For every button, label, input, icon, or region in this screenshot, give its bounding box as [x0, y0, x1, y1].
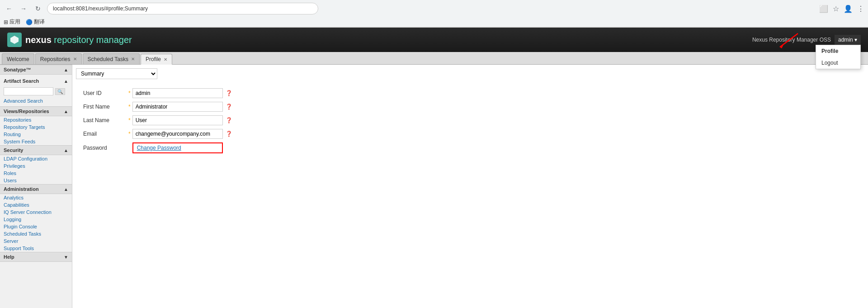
extensions-icon[interactable]: ⬜: [819, 5, 828, 13]
sidebar-item-repository-targets[interactable]: Repository Targets: [0, 123, 72, 131]
sidebar-item-system-feeds[interactable]: System Feeds: [0, 138, 72, 145]
admin-menu-container: admin ▾ Profile Logout: [835, 35, 861, 45]
user-id-input[interactable]: [132, 88, 223, 98]
form-row-lastname: Last Name * ❓: [83, 115, 857, 125]
last-name-label: Last Name: [83, 117, 128, 123]
tab-bar: Welcome Repositories ✕ Scheduled Tasks ✕…: [0, 52, 868, 65]
admin-logout-item[interactable]: Logout: [816, 57, 860, 69]
sidebar-security-header[interactable]: Security ▲: [0, 145, 72, 155]
password-label: Password: [83, 145, 128, 151]
back-button[interactable]: ←: [4, 3, 14, 14]
email-label: Email: [83, 131, 128, 137]
first-name-label: First Name: [83, 104, 128, 110]
sidebar-security-items: LDAP Configuration Privileges Roles User…: [0, 155, 72, 184]
main-layout: Sonatype™ ▲ Artifact Search ▲ 🔍 Advanced…: [0, 65, 868, 308]
profile-icon[interactable]: 👤: [844, 5, 853, 13]
header-right: Nexus Repository Manager OSS admin ▾ Pro…: [752, 35, 861, 45]
sidebar-administration-header[interactable]: Administration ▲: [0, 184, 72, 194]
summary-dropdown[interactable]: Summary: [76, 68, 157, 79]
tab-welcome[interactable]: Welcome: [2, 53, 34, 64]
last-name-info-icon[interactable]: ❓: [226, 117, 232, 123]
sidebar-views-items: Repositories Repository Targets Routing …: [0, 116, 72, 145]
sidebar-item-plugin-console[interactable]: Plugin Console: [0, 223, 72, 230]
admin-dropdown: Profile Logout: [816, 45, 861, 69]
form-row-password: Password * Change Password: [83, 142, 857, 153]
admin-profile-item[interactable]: Profile: [816, 45, 860, 57]
tab-profile[interactable]: Profile ✕: [141, 54, 172, 65]
form-row-firstname: First Name * ❓: [83, 102, 857, 112]
email-required-star: *: [128, 131, 131, 137]
bookmark-bar: ⊞ 应用 🔵 翻译: [0, 17, 868, 27]
form-row-userid: User ID * ❓: [83, 88, 857, 98]
header-app-name: Nexus Repository Manager OSS: [752, 37, 831, 43]
sonatype-toggle-icon: ▲: [64, 67, 68, 72]
search-button[interactable]: 🔍: [55, 88, 65, 95]
first-name-input[interactable]: [132, 102, 223, 112]
sidebar-item-iq-server[interactable]: IQ Server Connection: [0, 208, 72, 216]
sidebar-item-analytics[interactable]: Analytics: [0, 194, 72, 201]
sidebar-item-scheduled-tasks[interactable]: Scheduled Tasks: [0, 230, 72, 237]
email-info-icon[interactable]: ❓: [226, 131, 232, 137]
tab-profile-close[interactable]: ✕: [164, 57, 167, 62]
sidebar-item-capabilities[interactable]: Capabilities: [0, 201, 72, 208]
bookmark-translate[interactable]: 🔵 翻译: [26, 18, 45, 26]
sidebar-item-repositories[interactable]: Repositories: [0, 116, 72, 123]
browser-chrome: ← → ↻ ⬜ ☆ 👤 ⋮ ⊞ 应用 🔵 翻译: [0, 0, 868, 28]
sidebar-views-header[interactable]: Views/Repositories ▲: [0, 106, 72, 116]
sidebar: Sonatype™ ▲ Artifact Search ▲ 🔍 Advanced…: [0, 65, 72, 308]
browser-icons: ⬜ ☆ 👤 ⋮: [819, 5, 864, 13]
last-name-input[interactable]: [132, 115, 223, 125]
profile-form: User ID * ❓ First Name * ❓ Last Name * ❓: [76, 85, 864, 161]
sidebar-item-users[interactable]: Users: [0, 177, 72, 184]
advanced-search-link[interactable]: Advanced Search: [0, 97, 72, 106]
bookmark-icon[interactable]: ☆: [833, 5, 839, 13]
lastname-required-star: *: [128, 117, 131, 123]
administration-toggle-icon: ▲: [64, 187, 68, 192]
sidebar-item-ldap[interactable]: LDAP Configuration: [0, 155, 72, 162]
address-bar[interactable]: [47, 3, 318, 14]
sidebar-item-privileges[interactable]: Privileges: [0, 162, 72, 170]
sidebar-search-bar: 🔍: [0, 85, 72, 97]
artifact-search-section: Artifact Search ▲ 🔍 Advanced Search: [0, 75, 72, 106]
userid-required-star: *: [128, 90, 131, 96]
summary-bar: Summary: [76, 68, 864, 79]
menu-icon[interactable]: ⋮: [857, 5, 864, 13]
forward-button[interactable]: →: [18, 3, 29, 14]
user-id-info-icon[interactable]: ❓: [226, 90, 232, 96]
security-toggle-icon: ▲: [64, 148, 68, 153]
sidebar-item-support-tools[interactable]: Support Tools: [0, 245, 72, 252]
bookmark-apps[interactable]: ⊞ 应用: [4, 18, 20, 26]
artifact-search-toggle[interactable]: ▲: [64, 79, 68, 84]
change-password-button[interactable]: Change Password: [132, 142, 223, 153]
sidebar-help-header[interactable]: Help ▼: [0, 252, 72, 262]
artifact-search-label: Artifact Search: [4, 78, 39, 84]
app-title: nexus repository manager: [25, 35, 132, 45]
sidebar-item-server[interactable]: Server: [0, 237, 72, 245]
admin-menu-button[interactable]: admin ▾: [835, 35, 861, 45]
form-row-email: Email * ❓: [83, 129, 857, 139]
sidebar-item-routing[interactable]: Routing: [0, 131, 72, 138]
svg-marker-2: [780, 45, 783, 48]
tab-scheduled-tasks[interactable]: Scheduled Tasks ✕: [83, 53, 140, 64]
sidebar-item-roles[interactable]: Roles: [0, 170, 72, 177]
app-header: nexus repository manager Nexus Repositor…: [0, 28, 868, 52]
app-title-nexus: nexus: [25, 35, 54, 45]
svg-marker-0: [10, 36, 19, 44]
sidebar-administration-items: Analytics Capabilities IQ Server Connect…: [0, 194, 72, 252]
tab-repositories[interactable]: Repositories ✕: [35, 53, 82, 64]
help-toggle-icon: ▼: [64, 255, 68, 260]
app-logo: nexus repository manager: [7, 33, 132, 47]
tab-scheduled-tasks-close[interactable]: ✕: [131, 57, 135, 62]
views-toggle-icon: ▲: [64, 109, 68, 114]
search-input[interactable]: [4, 87, 53, 95]
reload-button[interactable]: ↻: [33, 3, 43, 14]
email-input[interactable]: [132, 129, 223, 139]
user-id-label: User ID: [83, 90, 128, 96]
firstname-required-star: *: [128, 104, 131, 110]
sidebar-sonatype-header[interactable]: Sonatype™ ▲: [0, 65, 72, 75]
logo-icon: [7, 33, 22, 47]
first-name-info-icon[interactable]: ❓: [226, 104, 232, 110]
browser-toolbar: ← → ↻ ⬜ ☆ 👤 ⋮: [0, 0, 868, 17]
sidebar-item-logging[interactable]: Logging: [0, 216, 72, 223]
tab-repositories-close[interactable]: ✕: [73, 57, 77, 62]
